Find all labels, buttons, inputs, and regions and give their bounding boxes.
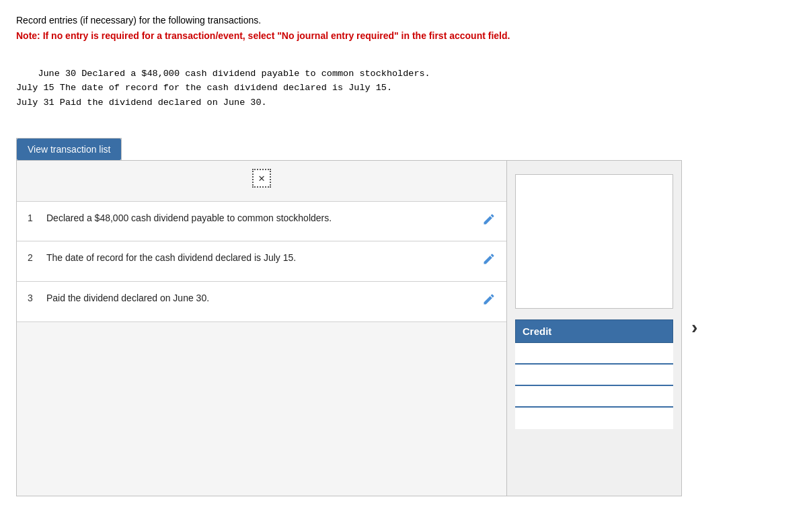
edit-button[interactable] xyxy=(482,293,496,306)
transaction-list-panel: ✕ 1 Declared a $48,000 cash dividend pay… xyxy=(16,160,507,496)
transaction-number: 3 xyxy=(28,293,38,303)
credit-row[interactable] xyxy=(515,343,673,365)
table-row: 1 Declared a $48,000 cash dividend payab… xyxy=(17,201,506,241)
pencil-icon xyxy=(482,213,496,226)
chevron-right-icon[interactable]: › xyxy=(689,317,700,338)
desc-line3: July 31 Paid the dividend declared on Ju… xyxy=(16,98,267,108)
edit-button[interactable] xyxy=(482,252,496,266)
transaction-description: The date of record for the cash dividend… xyxy=(46,251,471,265)
credit-rows xyxy=(515,343,673,429)
desc-line1: June 30 Declared a $48,000 cash dividend… xyxy=(38,69,430,79)
transaction-number: 2 xyxy=(28,252,38,263)
main-panel: ✕ 1 Declared a $48,000 cash dividend pay… xyxy=(16,160,791,496)
transaction-description: Paid the dividend declared on June 30. xyxy=(46,291,471,305)
journal-entry-panel: Credit › xyxy=(507,160,682,496)
credit-row[interactable] xyxy=(515,408,673,429)
table-row: 3 Paid the dividend declared on June 30. xyxy=(17,282,506,322)
intro-line1: Record entries (if necessary) for the fo… xyxy=(16,13,791,28)
pencil-icon xyxy=(482,252,496,266)
transaction-descriptions: June 30 Declared a $48,000 cash dividend… xyxy=(16,52,791,124)
note-text: Note: If no entry is required for a tran… xyxy=(16,30,791,41)
page-content: Record entries (if necessary) for the fo… xyxy=(16,13,791,496)
credit-row[interactable] xyxy=(515,386,673,408)
close-icon[interactable]: ✕ xyxy=(252,169,271,188)
transaction-description: Declared a $48,000 cash dividend payable… xyxy=(46,211,471,225)
transaction-number: 1 xyxy=(28,213,38,223)
table-row: 2 The date of record for the cash divide… xyxy=(17,241,506,282)
edit-button[interactable] xyxy=(482,213,496,226)
view-button-container: View transaction list xyxy=(16,138,122,160)
desc-line2: July 15 The date of record for the cash … xyxy=(16,83,392,93)
credit-section: Credit xyxy=(515,319,673,496)
credit-row[interactable] xyxy=(515,365,673,386)
credit-header: Credit xyxy=(515,319,673,343)
transaction-list: 1 Declared a $48,000 cash dividend payab… xyxy=(17,201,506,322)
pencil-icon xyxy=(482,293,496,306)
view-transaction-list-button[interactable]: View transaction list xyxy=(17,139,121,160)
journal-top-area xyxy=(515,174,673,309)
